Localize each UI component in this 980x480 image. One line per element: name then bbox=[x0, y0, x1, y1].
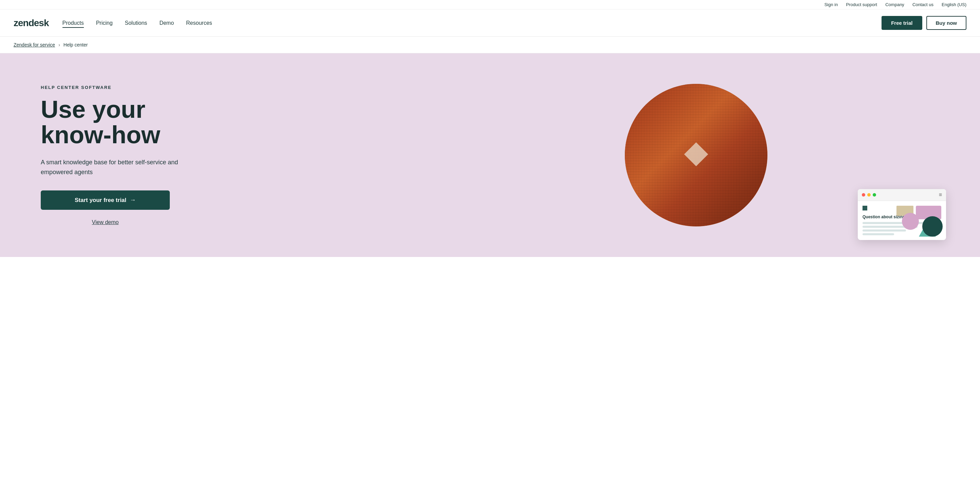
nav-links: Products Pricing Solutions Demo Resource… bbox=[62, 20, 212, 26]
arrow-icon: → bbox=[130, 197, 136, 204]
hero-image-area: ≡ Question about sizing bbox=[441, 53, 980, 257]
nav-link-pricing[interactable]: Pricing bbox=[96, 20, 113, 27]
nav-item-pricing[interactable]: Pricing bbox=[96, 20, 113, 26]
hero-title-line1: Use your bbox=[41, 96, 145, 123]
ui-card-mock: ≡ Question about sizing bbox=[858, 189, 946, 240]
ui-block-accent bbox=[862, 206, 867, 210]
hero-content: HELP CENTER SOFTWARE Use your know-how A… bbox=[41, 85, 183, 226]
breadcrumb-parent[interactable]: Zendesk for service bbox=[14, 42, 55, 48]
ui-card-body: Question about sizing bbox=[858, 201, 946, 240]
language-selector[interactable]: English (US) bbox=[942, 2, 966, 7]
hero-cta-button[interactable]: Start your free trial → bbox=[41, 191, 170, 210]
breadcrumb-current: Help center bbox=[64, 42, 88, 48]
hero-eyebrow: HELP CENTER SOFTWARE bbox=[41, 85, 183, 90]
buy-now-button[interactable]: Buy now bbox=[926, 16, 967, 30]
breadcrumb-separator: › bbox=[59, 42, 60, 48]
nav-item-resources[interactable]: Resources bbox=[186, 20, 212, 26]
contact-us-link[interactable]: Contact us bbox=[912, 2, 934, 7]
nav-link-resources[interactable]: Resources bbox=[186, 20, 212, 27]
window-dot-green bbox=[873, 193, 876, 197]
hero-title-line2: know-how bbox=[41, 121, 160, 148]
sign-in-link[interactable]: Sign in bbox=[824, 2, 838, 7]
nav-link-demo[interactable]: Demo bbox=[159, 20, 174, 27]
main-nav: zendesk Products Pricing Solutions Demo … bbox=[0, 10, 980, 37]
shape-green-circle bbox=[922, 216, 943, 237]
breadcrumb: Zendesk for service › Help center bbox=[0, 37, 980, 53]
hero-cta-label: Start your free trial bbox=[75, 197, 126, 204]
hero-description: A smart knowledge base for better self-s… bbox=[41, 157, 183, 177]
window-dot-red bbox=[862, 193, 865, 197]
hero-title: Use your know-how bbox=[41, 97, 183, 148]
company-link[interactable]: Company bbox=[885, 2, 904, 7]
nav-left: zendesk Products Pricing Solutions Demo … bbox=[14, 17, 212, 29]
nav-right: Free trial Buy now bbox=[881, 16, 966, 30]
product-support-link[interactable]: Product support bbox=[846, 2, 877, 7]
ui-line-3 bbox=[862, 229, 906, 232]
nav-link-solutions[interactable]: Solutions bbox=[125, 20, 147, 27]
ui-card-header: ≡ bbox=[858, 189, 946, 201]
logo[interactable]: zendesk bbox=[14, 17, 49, 29]
hero-product-image bbox=[625, 84, 767, 226]
nav-item-solutions[interactable]: Solutions bbox=[125, 20, 147, 26]
nav-link-products[interactable]: Products bbox=[62, 20, 84, 28]
shape-pink-circle bbox=[902, 213, 919, 230]
ui-line-4 bbox=[862, 233, 894, 235]
hero-section: HELP CENTER SOFTWARE Use your know-how A… bbox=[0, 53, 980, 257]
utility-bar: Sign in Product support Company Contact … bbox=[0, 0, 980, 10]
nav-item-products[interactable]: Products bbox=[62, 20, 84, 26]
nav-item-demo[interactable]: Demo bbox=[159, 20, 174, 26]
free-trial-button[interactable]: Free trial bbox=[881, 16, 922, 30]
menu-icon: ≡ bbox=[939, 192, 942, 198]
view-demo-link[interactable]: View demo bbox=[41, 216, 170, 226]
window-dot-yellow bbox=[867, 193, 871, 197]
